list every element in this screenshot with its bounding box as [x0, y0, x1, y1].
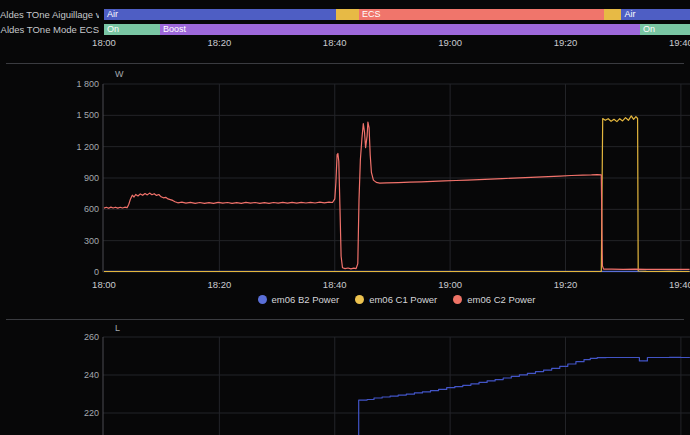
- timeline-time-tick: 18:00: [87, 37, 121, 48]
- legend-series-label: em06 C1 Power: [369, 294, 437, 305]
- power-chart: 03006009001 2001 5001 800W18:0018:2018:4…: [0, 63, 690, 293]
- timeline-time-tick: 18:40: [318, 37, 352, 48]
- dashboard: Aldes TOne Aiguillage vanne Aldes TOne M…: [0, 0, 690, 435]
- y-tick-label: 600: [84, 204, 99, 214]
- y-tick-label: 240: [84, 370, 99, 380]
- timeline-segment-boost: Boost: [160, 24, 640, 35]
- legend-series-dot-icon: [355, 295, 364, 304]
- legend-item-em06-b2-power[interactable]: em06 B2 Power: [258, 294, 340, 305]
- timeline-segment: [336, 9, 359, 20]
- x-tick-label: 19:20: [554, 279, 578, 290]
- series-line: [358, 357, 690, 435]
- timeline-row-label-mode-ecs: Aldes TOne Mode ECS: [0, 24, 99, 35]
- y-axis-unit-label: W: [115, 69, 124, 79]
- y-tick-label: 900: [84, 173, 99, 183]
- timeline-time-tick: 19:00: [433, 37, 467, 48]
- y-tick-label: 1 800: [76, 79, 99, 89]
- y-tick-label: 1 500: [76, 110, 99, 120]
- timeline-time-axis: 18:0018:2018:4019:0019:2019:40: [0, 37, 690, 49]
- timeline-segment-ecs: ECS: [359, 9, 604, 20]
- timeline-segment: [604, 9, 621, 20]
- timeline-time-tick: 19:20: [549, 37, 583, 48]
- timeline-row-label-vanne: Aldes TOne Aiguillage vanne: [0, 9, 99, 20]
- legend-item-em06-c2-power[interactable]: em06 C2 Power: [453, 294, 535, 305]
- y-axis-unit-label: L: [115, 323, 120, 333]
- x-tick-label: 19:40: [669, 279, 690, 290]
- y-tick-label: 260: [84, 332, 99, 342]
- y-tick-label: 220: [84, 408, 99, 418]
- legend-series-label: em06 C2 Power: [467, 294, 535, 305]
- legend-series-dot-icon: [258, 295, 267, 304]
- level-chart: 220240260L: [0, 319, 690, 435]
- power-chart-legend: em06 B2 Powerem06 C1 Powerem06 C2 Power: [103, 293, 690, 306]
- y-tick-label: 1 200: [76, 142, 99, 152]
- series-line-em06-c2-power: [104, 122, 690, 269]
- x-tick-label: 18:20: [207, 279, 231, 290]
- x-tick-label: 18:00: [92, 279, 116, 290]
- legend-series-dot-icon: [453, 295, 462, 304]
- timeline-segment-on: On: [640, 24, 690, 35]
- legend-item-em06-c1-power[interactable]: em06 C1 Power: [355, 294, 437, 305]
- timeline-segment-air: Air: [104, 9, 336, 20]
- timeline-row-mode-ecs: OnBoostOn: [104, 24, 690, 35]
- timeline-time-tick: 18:20: [202, 37, 236, 48]
- y-tick-label: 0: [94, 267, 99, 277]
- x-tick-label: 19:00: [438, 279, 462, 290]
- x-tick-label: 18:40: [323, 279, 347, 290]
- y-tick-label: 300: [84, 236, 99, 246]
- timeline-time-tick: 19:40: [664, 37, 690, 48]
- timeline-segment-on: On: [104, 24, 160, 35]
- timeline-segment-air: Air: [621, 9, 690, 20]
- timeline-row-vanne: AirECSAir: [104, 9, 690, 20]
- legend-series-label: em06 B2 Power: [272, 294, 340, 305]
